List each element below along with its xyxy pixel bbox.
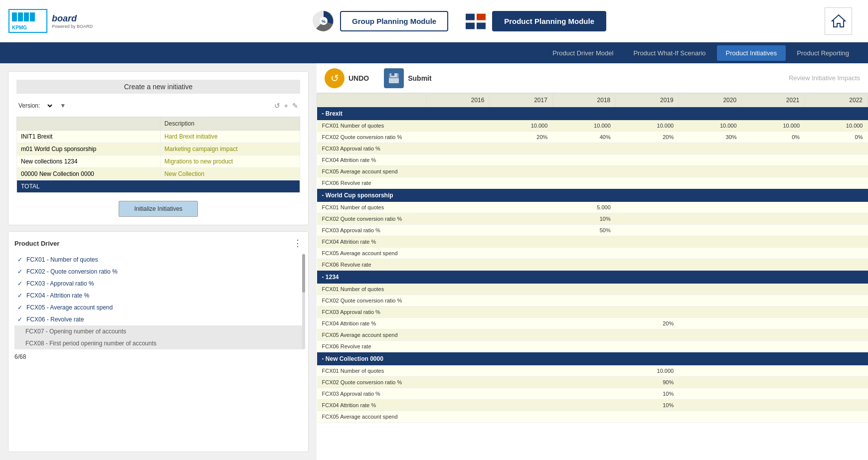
cell-2017[interactable]: 20% (490, 132, 552, 143)
nav-product-driver-model[interactable]: Product Driver Model (543, 45, 622, 61)
cell-2018[interactable]: 10.000 (552, 120, 615, 132)
table-row[interactable]: FCX01 Number of quotes (317, 284, 868, 295)
cell-2019[interactable]: 10% (616, 388, 679, 400)
table-row[interactable]: m01 World Cup sponsorship Marketing camp… (17, 143, 300, 155)
cell-2022[interactable] (805, 377, 868, 388)
table-row-selected[interactable]: TOTAL (17, 180, 300, 193)
cell-2016[interactable] (427, 213, 490, 225)
table-row[interactable]: FCX04 Attrition rate % 10% (317, 400, 868, 411)
cell-2021[interactable] (742, 225, 805, 236)
list-item[interactable]: ✓ FCX01 - Number of quotes (14, 254, 302, 266)
cell-2022[interactable] (805, 388, 868, 400)
cell-2016[interactable] (427, 365, 490, 377)
cell-2022[interactable]: 0% (805, 132, 868, 143)
driver-menu-icon[interactable]: ⋮ (293, 238, 302, 249)
table-row[interactable]: FCX02 Quote conversion ratio % (317, 295, 868, 307)
cell-2017[interactable] (490, 143, 552, 154)
list-item[interactable]: FCX07 - Opening number of accounts (14, 325, 302, 337)
cell-2019[interactable]: 10% (616, 400, 679, 411)
home-button[interactable] (825, 7, 852, 35)
cell-empty[interactable] (427, 341, 868, 352)
cell-2022[interactable]: 10.000 (805, 120, 868, 132)
cell-2018[interactable] (552, 365, 615, 377)
cell-2021[interactable] (742, 202, 805, 213)
cell-2020[interactable] (679, 202, 741, 213)
cell-2020[interactable] (679, 225, 741, 236)
cell-2021[interactable]: 0% (742, 132, 805, 143)
cell-empty[interactable] (427, 295, 868, 307)
cell-2019[interactable]: 10.000 (616, 365, 679, 377)
list-item[interactable]: FCX08 - First period opening number of a… (14, 337, 302, 349)
cell-2020[interactable] (679, 377, 741, 388)
cell-2020[interactable] (679, 143, 741, 154)
cell-2020[interactable] (679, 365, 741, 377)
cell-2022[interactable] (805, 365, 868, 377)
cell-2017[interactable] (490, 365, 552, 377)
cell-2016[interactable] (427, 202, 490, 213)
cell-2018[interactable] (552, 388, 615, 400)
cell-2022[interactable] (805, 202, 868, 213)
cell-2020[interactable] (679, 213, 741, 225)
cell-2016[interactable] (427, 143, 490, 154)
second-dropdown-arrow[interactable]: ▼ (60, 102, 66, 109)
cell-empty[interactable] (427, 329, 868, 341)
table-row[interactable]: FCX03 Approval ratio % (317, 143, 868, 154)
list-item[interactable]: ✓ FCX04 - Attrition rate % (14, 290, 302, 302)
list-item[interactable]: ✓ FCX06 - Revolve rate (14, 313, 302, 325)
version-dropdown[interactable] (44, 102, 54, 110)
cell-2018[interactable]: 5.000 (552, 202, 615, 213)
cell-2016[interactable] (427, 318, 490, 329)
table-row[interactable]: FCX06 Revolve rate (317, 259, 868, 271)
list-item[interactable]: ✓ FCX03 - Approval ratio % (14, 278, 302, 290)
cell-2017[interactable] (490, 213, 552, 225)
cell-2020[interactable] (679, 400, 741, 411)
undo-button[interactable]: ↺ UNDO (325, 68, 369, 88)
table-row[interactable]: FCX05 Average account spend (317, 248, 868, 259)
submit-button[interactable]: Submit (384, 68, 431, 88)
cell-2018[interactable] (552, 377, 615, 388)
cell-2019[interactable]: 20% (616, 132, 679, 143)
cell-2021[interactable] (742, 365, 805, 377)
table-row[interactable]: FCX05 Average account spend (317, 329, 868, 341)
table-row[interactable]: FCX03 Approval ratio % (317, 307, 868, 318)
cell-2019[interactable] (616, 202, 679, 213)
add-icon[interactable]: + (284, 102, 288, 110)
cell-2020[interactable]: 10.000 (679, 120, 741, 132)
table-row[interactable]: FCX02 Quote conversion ratio % 10% (317, 213, 868, 225)
cell-2021[interactable] (742, 143, 805, 154)
cell-2018[interactable]: 40% (552, 132, 615, 143)
cell-2022[interactable] (805, 318, 868, 329)
table-row[interactable]: FCX01 Number of quotes 10.000 (317, 365, 868, 377)
cell-2019[interactable] (616, 225, 679, 236)
review-initiative-link[interactable]: Review Initiative Impacts (789, 74, 860, 82)
cell-2017[interactable]: 10.000 (490, 120, 552, 132)
cell-2019[interactable]: 90% (616, 377, 679, 388)
cell-empty[interactable] (427, 154, 868, 166)
table-row[interactable]: FCX05 Average account spend (317, 411, 868, 423)
table-row[interactable]: FCX04 Attrition rate % (317, 154, 868, 166)
table-row[interactable]: INIT1 Brexit Hard Brexit initiative (17, 131, 300, 143)
cell-2022[interactable] (805, 225, 868, 236)
cell-2016[interactable] (427, 400, 490, 411)
list-item[interactable]: ✓ FCX05 - Average account spend (14, 302, 302, 313)
cell-2020[interactable] (679, 388, 741, 400)
cell-empty[interactable] (427, 411, 868, 423)
nav-product-reporting[interactable]: Product Reporting (788, 45, 858, 61)
cell-2022[interactable] (805, 400, 868, 411)
edit-icon[interactable]: ✎ (292, 102, 298, 110)
table-row[interactable]: FCX06 Revolve rate (317, 341, 868, 352)
table-row[interactable]: FCX04 Attrition rate % (317, 236, 868, 248)
table-row[interactable]: FCX05 Average account spend (317, 166, 868, 177)
cell-2020[interactable]: 30% (679, 132, 741, 143)
cell-2017[interactable] (490, 318, 552, 329)
cell-2021[interactable] (742, 377, 805, 388)
cell-empty[interactable] (427, 307, 868, 318)
scrollbar-thumb[interactable] (302, 254, 305, 293)
cell-2016[interactable] (427, 132, 490, 143)
cell-2017[interactable] (490, 377, 552, 388)
cell-2016[interactable] (427, 388, 490, 400)
cell-2021[interactable] (742, 400, 805, 411)
cell-2019[interactable] (616, 143, 679, 154)
undo-toolbar-icon[interactable]: ↺ (274, 102, 280, 110)
cell-2017[interactable] (490, 388, 552, 400)
